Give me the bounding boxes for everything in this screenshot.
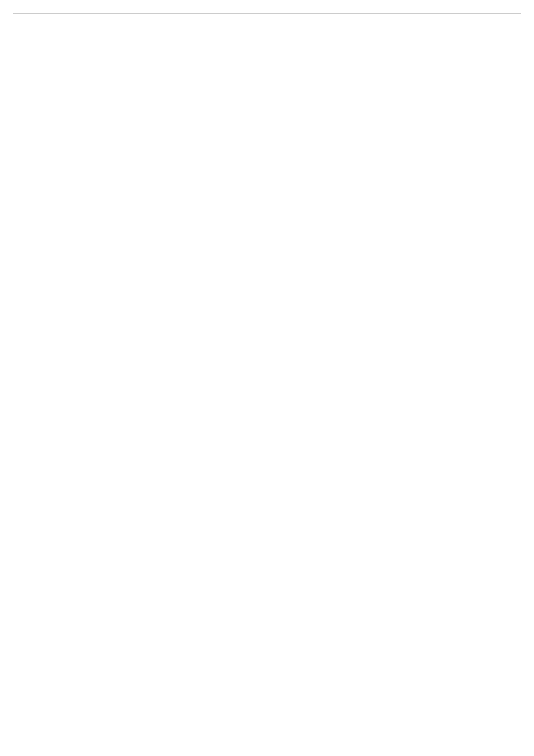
calendar-container: [13, 13, 521, 14]
